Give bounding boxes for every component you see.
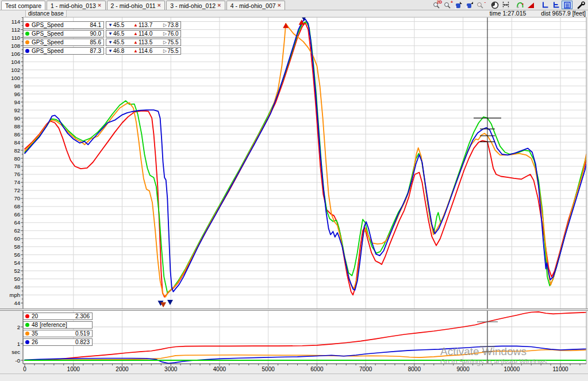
series-minmax-box[interactable]: ▼46.5 ▲114.0 ▷76.0 [106,30,181,37]
legend-row[interactable]: 20 2.306 [23,313,93,320]
time-base-icon[interactable] [489,1,500,9]
axis-label: 8000 [408,366,421,372]
stacked-graph-icon[interactable] [551,1,562,9]
track-map-icon[interactable] [514,1,525,9]
series-label: 35 [32,330,38,337]
series-label: GPS_Speed [32,22,64,28]
axis-label: 54 [14,260,20,266]
avg-triangle-icon: ▷ [163,48,167,54]
axis-label: 11000 [553,366,569,372]
tab-test-compare[interactable]: Test compare [1,1,45,10]
multi-graph-icon[interactable] [562,1,572,9]
marker-next-icon[interactable]: 4 [464,1,475,9]
axis-label: 10000 [504,366,520,372]
axis-label: 80 [14,155,20,162]
zoom-out-icon[interactable]: - [475,1,486,9]
tab-label: 4 - mid-ohio_007 [230,2,276,9]
axis-label: 68 [14,203,20,209]
axis-label: 78 [14,163,20,169]
axis-label: 2000 [116,366,129,372]
delta-graph-icon[interactable] [525,1,536,9]
legend-row[interactable]: GPS_Speed 84.1 [23,21,104,29]
axis-label: 5000 [262,366,275,372]
series-minmax-box[interactable]: ▼45.5 ▲113.5 ▷75.5 [106,39,181,46]
avg-triangle-icon: ▷ [163,31,167,36]
series-value: 2.306 [75,313,90,319]
axis-label: 64 [14,219,20,226]
telemetry-app-window: { "tabs": [ {"label":"Test compare","clo… [0,0,588,381]
series-value: 84.1 [90,22,101,28]
tab-close-icon[interactable]: ✕ [217,3,221,8]
series-color-dot [25,314,29,318]
axis-label: 88 [14,123,20,129]
series-max: ▲114.0 [133,31,163,37]
zoom-2d-icon[interactable]: 2D [431,1,442,9]
series-avg: ▷75.5 [163,48,179,54]
series-value: 87.3 [90,48,101,54]
axis-label: 94 [14,99,20,105]
axis-label: -0 [16,357,20,364]
series-minmax-box[interactable]: ▼45.5 ▲113.7 ▷73.8 [106,21,181,29]
axis-label: 92 [14,107,20,113]
max-triangle-icon: ▲ [133,31,138,36]
series-value: 85.6 [90,39,101,45]
series-color-dot [25,340,29,344]
tab-mid-ohio-007[interactable]: 4 - mid-ohio_007 ✕ [226,1,286,10]
tab-close-icon[interactable]: ✕ [98,3,102,8]
series-avg: ▷75.5 [163,39,179,45]
axis-label: 108 [11,43,20,49]
series-color-dot [25,32,29,36]
axis-label: 9000 [456,366,470,372]
distance-base-icon[interactable] [500,1,511,9]
avg-triangle-icon: ▷ [163,40,167,45]
series-avg: ▷73.8 [163,22,179,28]
series-max: ▲114.6 [133,48,163,54]
series-color-dot [25,323,29,327]
speed-plot-area [23,17,586,308]
max-triangle-icon: ▲ [133,48,138,54]
series-minmax-box[interactable]: ▼46.8 ▲114.6 ▷75.5 [106,47,181,55]
axis-label: 106 [11,51,20,57]
legend-row[interactable]: GPS_Speed 90.0 [23,30,104,37]
series-label: 20 [32,313,38,319]
marker-prev-icon[interactable]: 1 [453,1,464,9]
single-graph-icon[interactable] [540,1,551,9]
axis-label: 48 [14,284,20,290]
axis-label: 104 [11,59,20,65]
axis-label: 86 [14,131,20,138]
legend-row[interactable]: GPS_Speed 85.6 [23,39,104,46]
axis-label: 58 [14,243,20,250]
axis-label: 102 [11,67,20,73]
series-color-dot [25,40,29,44]
zoom-in-icon[interactable]: + [442,1,453,9]
series-max: ▲113.7 [133,22,163,28]
axis-label: 66 [14,211,20,218]
tab-mid-ohio-011[interactable]: 2 - mid-ohio_011 ✕ [107,1,166,10]
axis-label: 82 [14,147,20,154]
legend-row[interactable]: GPS_Speed 87.3 [23,47,104,55]
tab-close-icon[interactable]: ✕ [278,3,282,8]
base-mode-label[interactable]: distance base [25,10,67,17]
settings-wrench-icon[interactable] [576,1,587,9]
cursor-readout: time 1:27.015 dist 9657.9 [feet] [490,10,586,17]
tab-mid-ohio-012[interactable]: 3 - mid-ohio_012 ✕ [166,1,225,10]
series-max: ▲113.5 [133,39,163,45]
axis-label: 74 [14,179,20,185]
legend-row[interactable]: 35 0.519 [23,330,93,337]
tab-label: Test compare [5,2,41,9]
axis-label: 0 [23,366,26,372]
tab-close-icon[interactable]: ✕ [157,3,162,8]
legend-row[interactable]: 48 [reference] [23,321,93,329]
min-triangle-icon: ▼ [108,40,113,45]
series-min: ▼45.5 [108,22,133,28]
axis-label: 112 [11,26,20,33]
series-min: ▼46.8 [108,48,133,54]
tab-label: 3 - mid-ohio_012 [170,2,216,9]
axis-label: 76 [14,171,20,177]
axis-label: 1000 [67,366,80,372]
cursor-time: time 1:27.015 [490,10,526,17]
legend-row[interactable]: 26 0.823 [23,338,93,346]
tab-mid-ohio-013[interactable]: 1 - mid-ohio_013 ✕ [47,1,106,10]
series-min: ▼46.5 [108,31,133,37]
axis-label: mph [10,292,20,298]
